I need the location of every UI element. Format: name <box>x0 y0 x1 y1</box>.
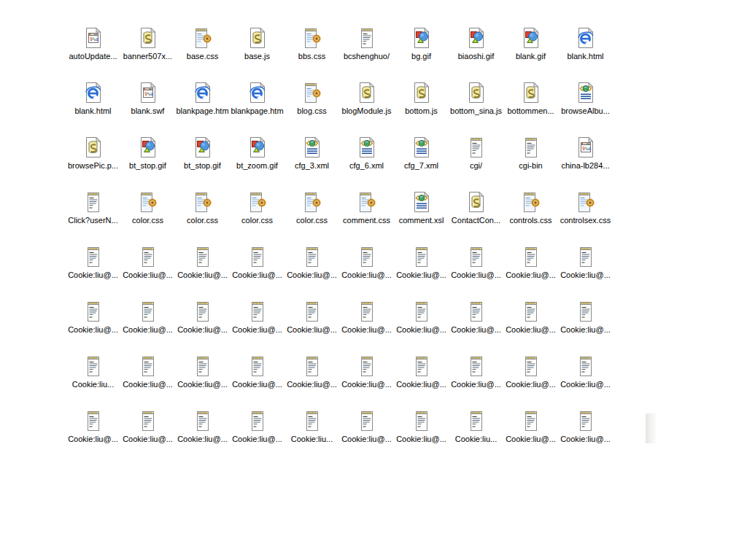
file-item[interactable]: bottom_sina.js <box>449 73 503 128</box>
stylesheet-file-icon <box>301 26 324 50</box>
file-item[interactable]: Cookie:liu@... <box>285 292 339 346</box>
file-item[interactable]: Cookie:liu@... <box>394 237 449 292</box>
text-file-icon <box>246 409 269 432</box>
scrollbar-fragment[interactable] <box>646 413 657 443</box>
file-item[interactable]: ContactCon... <box>449 182 503 237</box>
file-item[interactable]: Cookie:liu@... <box>120 237 175 292</box>
file-item[interactable]: cgi-bin <box>503 128 558 182</box>
file-item[interactable]: biaoshi.gif <box>449 18 503 73</box>
file-item[interactable]: Cookie:liu@... <box>120 292 175 346</box>
file-item[interactable]: base.js <box>230 18 285 73</box>
text-file-icon <box>355 354 379 378</box>
file-item[interactable]: Cookie:liu@... <box>120 346 175 401</box>
file-item[interactable]: Cookie:liu@... <box>285 237 339 292</box>
file-item[interactable]: autoUpdate... <box>66 18 120 73</box>
file-item[interactable]: Cookie:liu@... <box>230 401 285 456</box>
file-item[interactable]: blogModule.js <box>339 73 394 128</box>
file-item[interactable]: color.css <box>285 182 339 237</box>
file-item[interactable]: blog.css <box>285 73 339 128</box>
image-file-icon <box>136 136 160 159</box>
file-item[interactable]: color.css <box>230 182 285 237</box>
file-item[interactable]: blankpage.htm <box>230 73 285 128</box>
file-item[interactable]: Cookie:liu@... <box>339 237 394 292</box>
stylesheet-file-icon <box>191 190 214 214</box>
file-item[interactable]: blank.html <box>66 73 120 128</box>
file-item[interactable]: bcshenghuo/ <box>339 18 394 73</box>
file-item[interactable]: cfg_3.xml <box>285 128 339 182</box>
file-label: Cookie:liu@... <box>341 271 392 279</box>
file-item[interactable]: bt_stop.gif <box>175 128 230 182</box>
file-item[interactable]: blank.gif <box>503 18 558 73</box>
file-item[interactable]: Cookie:liu@... <box>503 346 558 401</box>
file-item[interactable]: bt_stop.gif <box>120 128 175 182</box>
file-item[interactable]: Cookie:liu@... <box>558 401 613 456</box>
file-item[interactable]: bottommen... <box>503 73 558 128</box>
file-item[interactable]: Cookie:liu@... <box>230 292 285 346</box>
file-label: Cookie:liu@... <box>287 325 337 334</box>
file-item[interactable]: Cookie:liu@... <box>66 237 120 292</box>
file-item[interactable]: Cookie:liu@... <box>503 292 558 346</box>
file-item[interactable]: Cookie:liu@... <box>558 346 613 401</box>
file-item[interactable]: Cookie:liu@... <box>449 346 503 401</box>
file-icon-grid: autoUpdate... banner507x... base.css bas… <box>66 18 613 456</box>
file-label: bt_stop.gif <box>184 161 221 170</box>
file-item[interactable]: blankpage.htm <box>175 73 230 128</box>
text-file-icon <box>465 354 488 378</box>
file-item[interactable]: Cookie:liu@... <box>339 346 394 401</box>
text-file-icon <box>82 300 105 323</box>
file-item[interactable]: banner507x... <box>120 18 175 73</box>
file-item[interactable]: base.css <box>175 18 230 73</box>
file-item[interactable]: Cookie:liu... <box>66 346 120 401</box>
image-file-icon <box>410 26 433 50</box>
file-item[interactable]: bbs.css <box>285 18 339 73</box>
file-item[interactable]: Cookie:liu@... <box>394 346 449 401</box>
file-item[interactable]: browsePic.p... <box>66 128 120 182</box>
file-item[interactable]: comment.css <box>339 182 394 237</box>
file-item[interactable]: cfg_7.xml <box>394 128 449 182</box>
file-item[interactable]: Cookie:liu... <box>285 401 339 456</box>
file-label: Cookie:liu@... <box>341 325 392 334</box>
file-item[interactable]: bt_zoom.gif <box>230 128 285 182</box>
file-item[interactable]: Cookie:liu@... <box>394 401 449 456</box>
file-item[interactable]: Cookie:liu@... <box>175 292 230 346</box>
file-item[interactable]: Cookie:liu@... <box>503 237 558 292</box>
html-file-icon <box>191 81 214 104</box>
file-item[interactable]: cfg_6.xml <box>339 128 394 182</box>
file-item[interactable]: Cookie:liu@... <box>66 401 120 456</box>
file-item[interactable]: Cookie:liu@... <box>339 292 394 346</box>
file-item[interactable]: cgi/ <box>449 128 503 182</box>
text-file-icon <box>519 300 543 323</box>
file-item[interactable]: Cookie:liu@... <box>66 292 120 346</box>
file-item[interactable]: color.css <box>175 182 230 237</box>
file-label: Cookie:liu... <box>72 380 114 389</box>
file-item[interactable]: controlsex.css <box>558 182 613 237</box>
file-item[interactable]: bg.gif <box>394 18 449 73</box>
file-item[interactable]: browseAlbu... <box>558 73 613 128</box>
file-item[interactable]: color.css <box>120 182 175 237</box>
file-item[interactable]: Cookie:liu@... <box>558 292 613 346</box>
file-item[interactable]: Cookie:liu@... <box>339 401 394 456</box>
script-file-icon <box>355 81 379 104</box>
file-item[interactable]: Cookie:liu@... <box>175 346 230 401</box>
file-item[interactable]: bottom.js <box>394 73 449 128</box>
file-item[interactable]: blank.swf <box>120 73 175 128</box>
file-item[interactable]: Cookie:liu@... <box>230 346 285 401</box>
file-item[interactable]: Cookie:liu@... <box>503 401 558 456</box>
file-item[interactable]: Click?userN... <box>66 182 120 237</box>
file-item[interactable]: Cookie:liu@... <box>120 401 175 456</box>
file-item[interactable]: Cookie:liu@... <box>285 346 339 401</box>
file-item[interactable]: blank.html <box>558 18 613 73</box>
file-label: Cookie:liu@... <box>341 380 392 389</box>
file-label: Cookie:liu@... <box>287 380 337 389</box>
file-item[interactable]: china-lb284... <box>558 128 613 182</box>
file-item[interactable]: Cookie:liu@... <box>175 237 230 292</box>
file-item[interactable]: Cookie:liu@... <box>175 401 230 456</box>
file-item[interactable]: Cookie:liu@... <box>449 292 503 346</box>
file-item[interactable]: Cookie:liu@... <box>449 237 503 292</box>
file-item[interactable]: Cookie:liu@... <box>230 237 285 292</box>
file-item[interactable]: Cookie:liu@... <box>394 292 449 346</box>
file-item[interactable]: Cookie:liu... <box>449 401 503 456</box>
file-item[interactable]: Cookie:liu@... <box>558 237 613 292</box>
file-item[interactable]: controls.css <box>503 182 558 237</box>
file-item[interactable]: comment.xsl <box>394 182 449 237</box>
